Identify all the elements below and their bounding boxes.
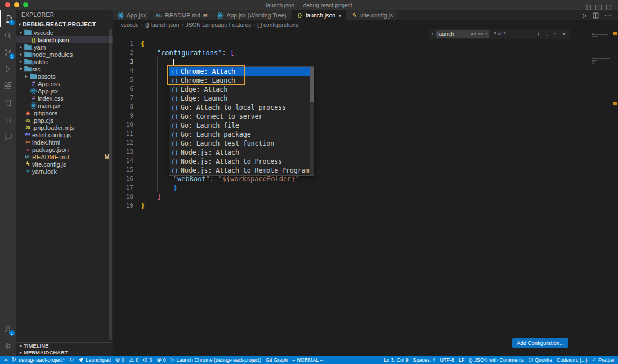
- status-3[interactable]: i3: [143, 357, 152, 363]
- suggestion-node-js-attach-to-remote-program[interactable]: ()Node.js: Attach to Remote Program: [169, 166, 314, 175]
- suggestion-node-js-attach-to-process[interactable]: ()Node.js: Attach to Process: [169, 157, 314, 166]
- project-section-header[interactable]: ▾ DEBUG-REACT-PROJECT: [16, 20, 113, 29]
- minimap[interactable]: [591, 29, 613, 356]
- find-toggle-ab[interactable]: ab: [478, 32, 483, 37]
- suggest-scrollbar[interactable]: [310, 67, 314, 175]
- activity-search[interactable]: [0, 27, 16, 44]
- breadcrumb-vscode[interactable]: .vscode: [119, 22, 138, 28]
- minimize-button[interactable]: [14, 2, 19, 7]
- activity-run-debug[interactable]: [0, 61, 16, 78]
- tree-item-vite-config-js[interactable]: ϟvite.config.js: [16, 160, 113, 168]
- activity-settings[interactable]: ⚙: [0, 338, 16, 354]
- line-text: ]: [141, 192, 161, 201]
- suggestion-go-attach-to-local-process[interactable]: ()Go: Attach to local process: [169, 103, 314, 112]
- find-in-selection-icon[interactable]: ≡: [552, 31, 559, 37]
- breadcrumb-launch-json[interactable]: {}launch.json: [145, 22, 180, 28]
- tree-item-launch-json[interactable]: {}launch.json: [16, 36, 113, 43]
- status-0[interactable]: ⚠0: [129, 357, 138, 363]
- status-ln-3-col-9[interactable]: Ln 3, Col 9: [384, 357, 409, 363]
- suggestion-chrome-launch[interactable]: ()Chrome: Launch: [169, 76, 314, 85]
- status-lf[interactable]: LF: [459, 357, 465, 363]
- activity-account[interactable]: 1: [0, 321, 16, 338]
- run-icon[interactable]: ▷: [583, 12, 587, 19]
- activity-explorer[interactable]: 1: [0, 10, 16, 27]
- status-sync[interactable]: ↻: [69, 357, 74, 363]
- status-launchpad[interactable]: Launchpad: [78, 357, 111, 363]
- find-toggle-aa[interactable]: Aa: [471, 32, 476, 37]
- tree-item-src[interactable]: ▾src: [16, 65, 113, 73]
- tree-item-eslint-config-js[interactable]: ESeslint.config.js: [16, 131, 113, 138]
- panel-label: TIMELINE: [24, 343, 48, 349]
- suggestion-go-connect-to-server[interactable]: ()Go: Connect to server: [169, 112, 314, 121]
- tree-item-assets[interactable]: ▸assets: [16, 73, 113, 80]
- suggestion-chrome-attach[interactable]: ()Chrome: Attach: [169, 67, 314, 76]
- status-remote[interactable]: ><: [3, 357, 7, 362]
- tree-item-vscode[interactable]: ▾.vscode: [16, 29, 113, 36]
- status-quokka[interactable]: Quokka: [529, 357, 552, 363]
- run-debug-icon: [3, 65, 12, 74]
- close-button[interactable]: [5, 2, 10, 7]
- toggle-replace-icon[interactable]: ›: [432, 31, 433, 37]
- tree-item-yarn[interactable]: ▸.yarn: [16, 43, 113, 51]
- status-0[interactable]: ⊘0: [115, 357, 124, 363]
- tab-vite-config-js[interactable]: ϟvite.config.js: [346, 10, 398, 20]
- tree-item-app-jsx[interactable]: App.jsx: [16, 87, 113, 95]
- status-normal[interactable]: -- NORMAL --: [292, 357, 323, 363]
- next-match-icon[interactable]: ↓: [543, 31, 550, 37]
- tree-item-app-css[interactable]: #App.css: [16, 80, 113, 87]
- status-json-with-comments[interactable]: {}JSON with Comments: [469, 357, 524, 363]
- tree-item-public[interactable]: ▸public: [16, 58, 113, 65]
- sidebar-scrollbar[interactable]: [109, 29, 112, 340]
- status-prettier[interactable]: ✓Prettier: [592, 357, 615, 363]
- code-area[interactable]: 1{2 "configurations": [3 456789101112131…: [113, 29, 618, 356]
- tab-readme-md[interactable]: M↓README.mdM: [151, 10, 212, 20]
- tree-item-gitignore[interactable]: ◆.gitignore: [16, 109, 113, 116]
- zoom-button[interactable]: [23, 2, 28, 7]
- activity-quokka[interactable]: {··}: [0, 111, 16, 128]
- more-actions-icon[interactable]: ···: [101, 12, 108, 18]
- status-debug-react-project[interactable]: debug-react-project*: [12, 357, 65, 363]
- tree-item-index-css[interactable]: #index.css: [16, 95, 113, 102]
- activity-chat[interactable]: [0, 128, 16, 145]
- panel-mermaidchart[interactable]: ▸MERMAIDCHART: [16, 349, 113, 356]
- suggestion-edge-launch[interactable]: ()Edge: Launch: [169, 94, 314, 103]
- tab-app-jsx[interactable]: App.jsx: [113, 10, 151, 20]
- tab-launch-json[interactable]: {}launch.json●: [292, 10, 346, 20]
- tree-item-index-html[interactable]: <>index.html: [16, 138, 113, 146]
- breadcrumb-json-language-features[interactable]: JSON Language Features: [186, 22, 251, 28]
- tree-item-main-jsx[interactable]: main.jsx: [16, 102, 113, 109]
- add-configuration-button[interactable]: Add Configuration...: [512, 338, 568, 348]
- suggestion-go-launch-test-function[interactable]: ()Go: Launch test function: [169, 139, 314, 148]
- activity-source-control[interactable]: 1: [0, 44, 16, 61]
- status-utf-8[interactable]: UTF-8: [440, 357, 454, 363]
- status-spaces-4[interactable]: Spaces: 4: [413, 357, 435, 363]
- status-git-graph[interactable]: Git Graph: [266, 357, 288, 363]
- tree-item-node-modules[interactable]: ▸node_modules: [16, 51, 113, 58]
- status-codeium[interactable]: Codeium: {...}: [557, 357, 588, 363]
- tree-item-yarn-lock[interactable]: Yyarn.lock: [16, 168, 113, 175]
- close-icon[interactable]: ×: [560, 31, 567, 37]
- file-label: src: [32, 66, 41, 73]
- tree-item-pnp-loader-mjs[interactable]: JS.pnp.loader.mjs: [16, 124, 113, 131]
- activity-bookmarks[interactable]: [0, 95, 16, 111]
- find-toggle-item[interactable]: .*: [485, 32, 487, 37]
- tree-item-readme-md[interactable]: M↓README.mdM: [16, 153, 113, 160]
- find-input[interactable]: [437, 30, 469, 38]
- file-label: launch.json: [38, 37, 69, 43]
- status-0[interactable]: ⊗0: [156, 357, 165, 363]
- panel-timeline[interactable]: ▸TIMELINE: [16, 342, 113, 349]
- breadcrumb-configurations[interactable]: [ ]configurations: [257, 22, 298, 28]
- tree-item-pnp-cjs[interactable]: JS.pnp.cjs: [16, 116, 113, 124]
- suggestion-node-js-attach[interactable]: ()Node.js: Attach: [169, 148, 314, 157]
- previous-match-icon[interactable]: ↑: [535, 31, 542, 37]
- suggest-scrollbar-thumb[interactable]: [310, 67, 314, 102]
- tab-app-jsx-working-tree[interactable]: App.jsx (Working Tree): [212, 10, 292, 20]
- tree-item-package-json[interactable]: npackage.json: [16, 146, 113, 153]
- status-launch-chrome-debug-react-project[interactable]: ▷Launch Chrome (debug-react-project): [171, 357, 261, 363]
- suggestion-edge-attach[interactable]: ()Edge: Attach: [169, 85, 314, 94]
- split-editor-icon[interactable]: [593, 12, 599, 19]
- suggestion-go-launch-file[interactable]: ()Go: Launch file: [169, 121, 314, 130]
- more-actions-icon[interactable]: ···: [604, 12, 612, 19]
- activity-extensions[interactable]: [0, 78, 16, 95]
- suggestion-go-launch-package[interactable]: ()Go: Launch package: [169, 130, 314, 139]
